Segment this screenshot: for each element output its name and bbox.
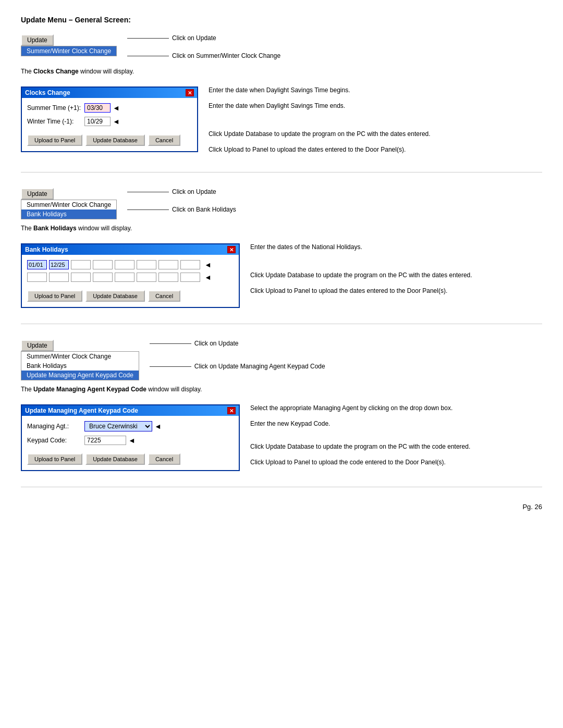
clocks-change-dialog: Clocks Change ✕ Summer Time (+1): ◄ Wint… [21, 87, 198, 152]
bh-date-16[interactable] [180, 273, 200, 282]
update-database-btn-3[interactable]: Update Database [85, 453, 145, 465]
note-update-db-1: Click Update Database to update the prog… [209, 130, 542, 138]
note-text-update-db-2: Click Update Database to update the prog… [250, 272, 472, 279]
note-keypad-code: Enter the new Keypad Code. [250, 420, 542, 427]
summer-time-input[interactable] [84, 103, 111, 113]
menu-item-bank-holidays[interactable]: Bank Holidays [21, 209, 116, 219]
bh-date-8[interactable] [180, 260, 200, 269]
note-text-select-agent: Select the appropriate Managing Agent by… [250, 404, 452, 412]
close-button-3[interactable]: ✕ [227, 407, 236, 414]
menu-top-update-1[interactable]: Update [21, 34, 54, 46]
note-text-upload-2: Click Upload to Panel to upload the date… [250, 287, 447, 294]
page-number: Pg. 26 [21, 503, 542, 511]
bank-holidays-title-bar: Bank Holidays ✕ [22, 244, 239, 255]
annot-click-managing-agent: Click on Update Managing Agent Keypad Co… [150, 363, 325, 370]
clocks-change-section: Clocks Change ✕ Summer Time (+1): ◄ Wint… [21, 81, 542, 162]
upload-to-panel-btn-2[interactable]: Upload to Panel [27, 290, 82, 302]
bh-date-13[interactable] [115, 273, 134, 282]
bh-date-12[interactable] [93, 273, 113, 282]
bh-date-6[interactable] [137, 260, 156, 269]
h-line [150, 343, 191, 344]
managing-agt-select[interactable]: Bruce Czerwinski [84, 421, 152, 431]
clocks-change-body: Summer Time (+1): ◄ Winter Time (-1): ◄ … [22, 98, 197, 151]
section-summer-winter: Update Summer/Winter Clock Change Click … [21, 34, 542, 172]
cancel-btn-3[interactable]: Cancel [148, 453, 180, 465]
winter-time-input[interactable] [84, 117, 111, 126]
managing-agent-body: Managing Agt.: Bruce Czerwinski ◄ Keypad… [22, 416, 239, 470]
menu-item-bh-3[interactable]: Bank Holidays [21, 361, 139, 371]
dialog-title-2: Bank Holidays [25, 246, 68, 253]
dialog-title-3: Update Managing Agent Keypad Code [25, 407, 138, 414]
close-button-1[interactable]: ✕ [186, 89, 194, 96]
bh-date-5[interactable] [115, 260, 134, 269]
bh-date-4[interactable] [93, 260, 113, 269]
menu-top-update-2[interactable]: Update [21, 188, 54, 200]
note-update-db-3: Click Update Database to update the prog… [250, 443, 542, 450]
menu-annotation-2: Update Summer/Winter Clock Change Bank H… [21, 188, 542, 219]
bh-date-10[interactable] [49, 273, 69, 282]
summer-time-arrow: ◄ [113, 104, 120, 112]
bh-date-15[interactable] [158, 273, 178, 282]
desc-bold-1: Clocks Change [33, 68, 79, 75]
keypad-code-label: Keypad Code: [27, 437, 84, 444]
note-text-upload-3: Click Upload to Panel to upload the code… [250, 459, 446, 466]
update-database-btn-2[interactable]: Update Database [85, 290, 145, 302]
managing-agent-section: Update Managing Agent Keypad Code ✕ Mana… [21, 399, 542, 476]
menu-top-update-3[interactable]: Update [21, 340, 54, 351]
bh-date-2[interactable] [49, 260, 69, 269]
clocks-change-notes: Enter the date when Daylight Savings Tim… [209, 81, 542, 162]
menu-item-summer-winter[interactable]: Summer/Winter Clock Change [21, 46, 116, 56]
update-database-btn-1[interactable]: Update Database [85, 134, 145, 146]
note-national-holidays: Enter the dates of the National Holidays… [250, 243, 542, 251]
winter-time-row: Winter Time (-1): ◄ [27, 117, 192, 126]
bh-date-7[interactable] [158, 260, 178, 269]
annot-click-update-1: Click on Update [127, 34, 280, 42]
bh-date-1[interactable] [27, 260, 47, 269]
annotation-lines-1: Click on Update Click on Summer/Winter C… [127, 34, 280, 63]
bh-date-3[interactable] [71, 260, 91, 269]
note-text-update-db-3: Click Update Database to update the prog… [250, 443, 470, 450]
annotation-lines-2: Click on Update Click on Bank Holidays [127, 188, 236, 216]
note-text-update-db-1: Click Update Database to update the prog… [209, 130, 431, 138]
desc-clocks-change: The Clocks Change window will display. [21, 68, 542, 75]
bank-holidays-dialog: Bank Holidays ✕ ◄ [21, 243, 240, 308]
summer-time-label: Summer Time (+1): [27, 104, 84, 112]
menu-item-sw-2[interactable]: Summer/Winter Clock Change [21, 200, 116, 209]
menu-dropdown-3: Summer/Winter Clock Change Bank Holidays… [21, 351, 139, 380]
managing-agt-label: Managing Agt.: [27, 423, 84, 430]
desc-bold-3: Update Managing Agent Keypad Code [33, 386, 146, 393]
bh-date-9[interactable] [27, 273, 47, 282]
cancel-btn-2[interactable]: Cancel [148, 290, 180, 302]
bh-row2-arrow: ◄ [204, 273, 212, 281]
bank-holidays-notes: Enter the dates of the National Holidays… [250, 238, 542, 303]
menu-item-sw-3[interactable]: Summer/Winter Clock Change [21, 352, 139, 361]
menu-section-2: Update Summer/Winter Clock Change Bank H… [21, 188, 117, 219]
cancel-btn-1[interactable]: Cancel [148, 134, 180, 146]
bank-holidays-buttons: Upload to Panel Update Database Cancel [27, 287, 234, 302]
annot-click-update-2: Click on Update [127, 188, 236, 195]
note-winter-time: Enter the date when Daylight Savings Tim… [209, 102, 542, 109]
note-upload-panel-1: Click Upload to Panel to upload the date… [209, 146, 542, 153]
bh-date-14[interactable] [137, 273, 156, 282]
keypad-code-input[interactable] [84, 436, 126, 445]
menu-annotation-1: Update Summer/Winter Clock Change Click … [21, 34, 542, 63]
summer-time-row: Summer Time (+1): ◄ [27, 103, 192, 113]
bank-holidays-body: ◄ ◄ Upload to Panel Update Database [22, 255, 239, 307]
upload-to-panel-btn-3[interactable]: Upload to Panel [27, 453, 82, 465]
bank-holidays-section: Bank Holidays ✕ ◄ [21, 238, 542, 313]
upload-to-panel-btn-1[interactable]: Upload to Panel [27, 134, 82, 146]
managing-agent-dialog: Update Managing Agent Keypad Code ✕ Mana… [21, 404, 240, 471]
bh-date-11[interactable] [71, 273, 91, 282]
menu-dropdown-2: Summer/Winter Clock Change Bank Holidays [21, 200, 117, 219]
menu-annotation-3: Update Summer/Winter Clock Change Bank H… [21, 340, 542, 380]
menu-item-managing-agent[interactable]: Update Managing Agent Keypad Code [21, 371, 139, 380]
menu-dropdown-1: Summer/Winter Clock Change [21, 46, 117, 56]
note-update-db-2: Click Update Database to update the prog… [250, 272, 542, 279]
h-line [127, 56, 169, 56]
managing-agt-row: Managing Agt.: Bruce Czerwinski ◄ [27, 421, 234, 431]
managing-agent-buttons: Upload to Panel Update Database Cancel [27, 450, 234, 465]
close-button-2[interactable]: ✕ [227, 246, 236, 253]
note-text-keypad-code: Enter the new Keypad Code. [250, 420, 330, 427]
h-line [127, 192, 169, 192]
desc-bank-holidays: The Bank Holidays window will display. [21, 225, 542, 232]
